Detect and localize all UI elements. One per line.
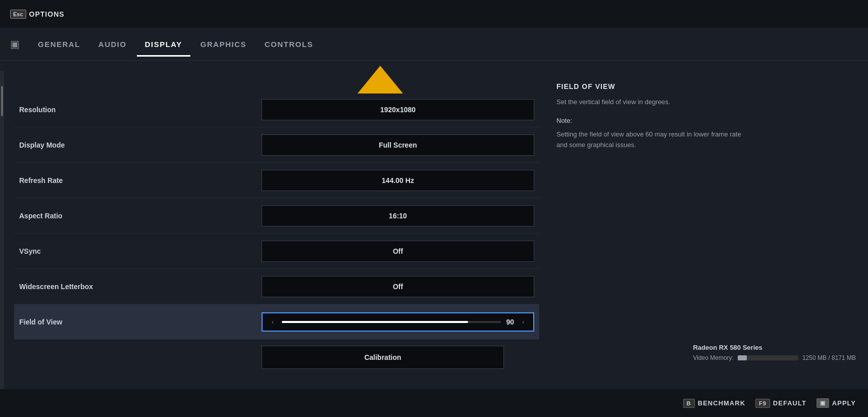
vram-bar-background [738, 355, 798, 360]
info-description: Set the vertical field of view in degree… [556, 97, 744, 108]
apply-label: APPLY [832, 399, 856, 407]
fov-slider-container[interactable]: ‹ 90 › [262, 312, 534, 332]
nav-icon: ▣ [10, 38, 20, 50]
esc-options-group: Esc OPTIONS [10, 10, 65, 19]
table-row: Field of View ‹ 90 › [14, 304, 539, 340]
fov-label: Field of View [19, 318, 262, 326]
benchmark-button[interactable]: B BENCHMARK [683, 399, 745, 408]
table-row: Display Mode Full Screen [14, 127, 539, 163]
table-row: Widescreen Letterbox Off [14, 269, 539, 304]
default-button[interactable]: F9 DEFAULT [755, 399, 806, 408]
table-row: Aspect Ratio 16:10 [14, 198, 539, 234]
table-row: Resolution 1920x1080 [14, 92, 539, 127]
top-bar: Esc OPTIONS [0, 0, 868, 28]
resolution-control: 1920x1080 [262, 99, 534, 120]
bottom-bar: B BENCHMARK F9 DEFAULT ▣ APPLY [0, 389, 868, 417]
vsync-label: VSync [19, 247, 262, 255]
info-title: FIELD OF VIEW [556, 81, 744, 92]
default-label: DEFAULT [773, 399, 806, 407]
refresh-rate-label: Refresh Rate [19, 176, 262, 184]
apply-button[interactable]: ▣ APPLY [816, 398, 856, 408]
tab-display[interactable]: DISPLAY [137, 36, 190, 53]
slider-left-arrow[interactable]: ‹ [269, 317, 277, 327]
refresh-rate-control: 144.00 Hz [262, 170, 534, 191]
gpu-name: Radeon RX 580 Series [693, 344, 856, 351]
vram-bar-fill [738, 355, 747, 360]
main-content: Resolution 1920x1080 Display Mode Full S… [0, 61, 868, 389]
scroll-thumb [1, 86, 3, 116]
vram-label: Video Memory: [693, 354, 733, 361]
resolution-label: Resolution [19, 106, 262, 114]
benchmark-label: BENCHMARK [698, 399, 745, 407]
display-mode-select[interactable]: Full Screen [262, 134, 534, 156]
slider-fill [282, 321, 468, 323]
vram-total: 8171 MB [832, 354, 856, 361]
slider-right-arrow[interactable]: › [519, 317, 527, 327]
aspect-ratio-select[interactable]: 16:10 [262, 205, 534, 226]
gpu-info: Radeon RX 580 Series Video Memory: 1250 … [693, 344, 856, 361]
calibration-row: Calibration [14, 340, 539, 375]
aspect-ratio-label: Aspect Ratio [19, 212, 262, 220]
info-panel: FIELD OF VIEW Set the vertical field of … [544, 71, 756, 389]
scroll-bar[interactable] [0, 71, 4, 389]
options-label: OPTIONS [29, 10, 65, 18]
calibration-button[interactable]: Calibration [262, 346, 504, 369]
up-arrow-icon [358, 66, 403, 94]
refresh-rate-select[interactable]: 144.00 Hz [262, 170, 534, 191]
vsync-control: Off [262, 241, 534, 262]
fov-value: 90 [506, 318, 514, 326]
table-row: Refresh Rate 144.00 Hz [14, 163, 539, 198]
widescreen-select[interactable]: Off [262, 276, 534, 297]
benchmark-badge: B [683, 399, 695, 408]
tab-graphics[interactable]: GRAPHICS [192, 36, 254, 53]
tab-general[interactable]: GENERAL [30, 36, 88, 53]
widescreen-label: Widescreen Letterbox [19, 283, 262, 291]
aspect-ratio-control: 16:10 [262, 205, 534, 226]
settings-list: Resolution 1920x1080 Display Mode Full S… [9, 71, 544, 389]
esc-badge[interactable]: Esc [10, 10, 26, 19]
arrow-indicator [14, 71, 539, 92]
info-note-body: Setting the field of view above 60 may r… [556, 129, 744, 151]
apply-badge: ▣ [816, 398, 829, 408]
vsync-select[interactable]: Off [262, 241, 534, 262]
table-row: VSync Off [14, 234, 539, 269]
vram-usage-text: 1250 MB / 8171 MB [802, 354, 856, 361]
display-mode-control: Full Screen [262, 134, 534, 156]
tab-controls[interactable]: CONTROLS [257, 36, 321, 53]
fov-control: ‹ 90 › [262, 312, 534, 332]
tab-audio[interactable]: AUDIO [90, 36, 135, 53]
vram-used: 1250 MB [802, 354, 827, 361]
resolution-select[interactable]: 1920x1080 [262, 99, 534, 120]
nav-bar: ▣ GENERAL AUDIO DISPLAY GRAPHICS CONTROL… [0, 28, 868, 61]
vram-row: Video Memory: 1250 MB / 8171 MB [693, 354, 856, 361]
display-mode-label: Display Mode [19, 141, 262, 149]
info-note-title: Note: [556, 116, 744, 126]
widescreen-control: Off [262, 276, 534, 297]
default-badge: F9 [755, 399, 770, 408]
slider-track[interactable] [282, 321, 501, 323]
